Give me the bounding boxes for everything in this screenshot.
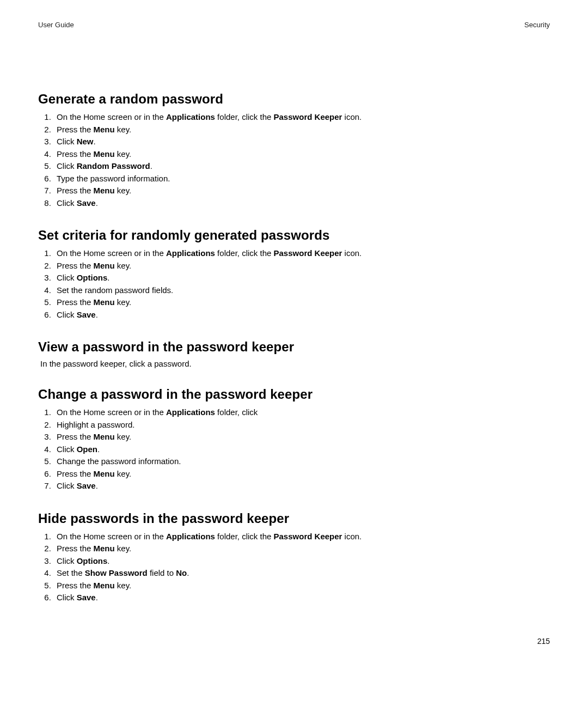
bold-text: Options	[77, 556, 108, 565]
section-title: View a password in the password keeper	[38, 339, 550, 355]
step-item: Click Save.	[53, 309, 550, 321]
step-item: Type the password information.	[53, 173, 550, 185]
bold-text: Save	[77, 198, 96, 208]
step-item: Set the random password fields.	[53, 284, 550, 297]
step-item: Click Options.	[53, 272, 550, 284]
bold-text: Menu	[94, 581, 115, 590]
section-body: In the password keeper, click a password…	[40, 359, 550, 368]
bold-text: Show Password	[85, 568, 148, 577]
bold-text: Menu	[94, 297, 115, 307]
bold-text: Menu	[94, 186, 115, 195]
step-item: Press the Menu key.	[53, 185, 550, 197]
step-item: Click Save.	[53, 480, 550, 492]
bold-text: New	[77, 137, 94, 146]
step-item: Press the Menu key.	[53, 260, 550, 272]
document-page: User Guide Security Generate a random pa…	[0, 0, 588, 673]
step-item: Click New.	[53, 136, 550, 148]
section-title: Change a password in the password keeper	[38, 387, 550, 402]
bold-text: Save	[77, 310, 96, 319]
step-item: On the Home screen or in the Application…	[53, 111, 550, 124]
bold-text: Menu	[94, 544, 115, 553]
step-list: On the Home screen or in the Application…	[38, 247, 550, 321]
step-list: On the Home screen or in the Application…	[38, 531, 550, 604]
bold-text: Save	[77, 481, 96, 490]
bold-text: Menu	[94, 125, 115, 134]
bold-text: Random Password	[77, 161, 150, 171]
step-item: Press the Menu key.	[53, 468, 550, 480]
step-item: Highlight a password.	[53, 419, 550, 431]
step-item: On the Home screen or in the Application…	[53, 531, 550, 543]
bold-text: No	[176, 568, 187, 577]
section-title: Set criteria for randomly generated pass…	[38, 228, 550, 243]
step-item: Set the Show Password field to No.	[53, 567, 550, 580]
bold-text: Menu	[94, 432, 115, 441]
step-item: On the Home screen or in the Application…	[53, 247, 550, 260]
bold-text: Password Keeper	[274, 248, 342, 258]
step-list: On the Home screen or in the Application…	[38, 111, 550, 209]
step-item: Press the Menu key.	[53, 148, 550, 161]
page-header: User Guide Security	[38, 21, 550, 29]
step-item: Press the Menu key.	[53, 431, 550, 443]
step-item: Change the password information.	[53, 455, 550, 468]
step-item: Press the Menu key.	[53, 580, 550, 592]
section-title: Generate a random password	[38, 92, 550, 107]
step-item: On the Home screen or in the Application…	[53, 406, 550, 419]
step-item: Click Open.	[53, 443, 550, 456]
bold-text: Menu	[94, 149, 115, 159]
bold-text: Menu	[94, 261, 115, 270]
bold-text: Options	[77, 273, 108, 282]
bold-text: Password Keeper	[274, 112, 342, 121]
step-item: Click Save.	[53, 592, 550, 604]
bold-text: Save	[77, 593, 96, 602]
bold-text: Applications	[166, 532, 215, 541]
bold-text: Applications	[166, 407, 215, 417]
step-item: Click Save.	[53, 197, 550, 210]
bold-text: Password Keeper	[274, 532, 342, 541]
step-item: Press the Menu key.	[53, 124, 550, 136]
header-left: User Guide	[38, 21, 74, 29]
step-item: Press the Menu key.	[53, 296, 550, 309]
bold-text: Applications	[166, 112, 215, 121]
step-list: On the Home screen or in the Application…	[38, 406, 550, 492]
page-number: 215	[38, 637, 550, 646]
step-item: Press the Menu key.	[53, 543, 550, 555]
bold-text: Applications	[166, 248, 215, 258]
bold-text: Open	[77, 445, 97, 454]
step-item: Click Options.	[53, 555, 550, 568]
header-right: Security	[524, 21, 550, 29]
step-item: Click Random Password.	[53, 160, 550, 173]
bold-text: Menu	[94, 469, 115, 478]
section-title: Hide passwords in the password keeper	[38, 511, 550, 526]
